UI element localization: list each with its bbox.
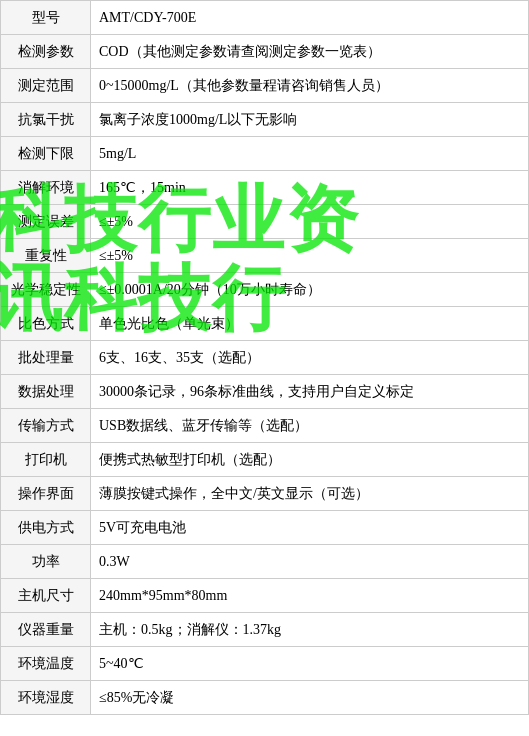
table-row: 检测下限5mg/L <box>1 137 529 171</box>
row-label: 测定范围 <box>1 69 91 103</box>
table-row: 主机尺寸240mm*95mm*80mm <box>1 579 529 613</box>
row-value: USB数据线、蓝牙传输等（选配） <box>91 409 529 443</box>
row-label: 环境温度 <box>1 647 91 681</box>
table-row: 型号AMT/CDY-700E <box>1 1 529 35</box>
row-label: 供电方式 <box>1 511 91 545</box>
row-label: 数据处理 <box>1 375 91 409</box>
row-value: 30000条记录，96条标准曲线，支持用户自定义标定 <box>91 375 529 409</box>
table-row: 仪器重量主机：0.5kg；消解仪：1.37kg <box>1 613 529 647</box>
table-row: 环境温度5~40℃ <box>1 647 529 681</box>
row-label: 比色方式 <box>1 307 91 341</box>
table-row: 环境湿度≤85%无冷凝 <box>1 681 529 715</box>
table-row: 功率0.3W <box>1 545 529 579</box>
row-value: COD（其他测定参数请查阅测定参数一览表） <box>91 35 529 69</box>
row-value: 6支、16支、35支（选配） <box>91 341 529 375</box>
row-label: 型号 <box>1 1 91 35</box>
row-label: 仪器重量 <box>1 613 91 647</box>
table-row: 比色方式单色光比色（单光束） <box>1 307 529 341</box>
row-label: 检测下限 <box>1 137 91 171</box>
row-label: 重复性 <box>1 239 91 273</box>
row-value: 氯离子浓度1000mg/L以下无影响 <box>91 103 529 137</box>
table-row: 数据处理30000条记录，96条标准曲线，支持用户自定义标定 <box>1 375 529 409</box>
row-label: 光学稳定性 <box>1 273 91 307</box>
row-label: 主机尺寸 <box>1 579 91 613</box>
table-row: 操作界面薄膜按键式操作，全中文/英文显示（可选） <box>1 477 529 511</box>
row-label: 消解环境 <box>1 171 91 205</box>
row-value: ≤±0.0001A/20分钟（10万小时寿命） <box>91 273 529 307</box>
row-value: 5~40℃ <box>91 647 529 681</box>
table-row: 检测参数COD（其他测定参数请查阅测定参数一览表） <box>1 35 529 69</box>
table-row: 传输方式USB数据线、蓝牙传输等（选配） <box>1 409 529 443</box>
row-value: 0~15000mg/L（其他参数量程请咨询销售人员） <box>91 69 529 103</box>
table-row: 消解环境165℃，15min <box>1 171 529 205</box>
table-row: 测定范围0~15000mg/L（其他参数量程请咨询销售人员） <box>1 69 529 103</box>
row-label: 批处理量 <box>1 341 91 375</box>
row-value: 5mg/L <box>91 137 529 171</box>
row-value: 0.3W <box>91 545 529 579</box>
row-label: 检测参数 <box>1 35 91 69</box>
row-value: ≤±5% <box>91 239 529 273</box>
table-row: 打印机便携式热敏型打印机（选配） <box>1 443 529 477</box>
row-value: ≤85%无冷凝 <box>91 681 529 715</box>
row-value: AMT/CDY-700E <box>91 1 529 35</box>
row-value: 165℃，15min <box>91 171 529 205</box>
table-row: 光学稳定性≤±0.0001A/20分钟（10万小时寿命） <box>1 273 529 307</box>
row-value: 便携式热敏型打印机（选配） <box>91 443 529 477</box>
table-row: 批处理量6支、16支、35支（选配） <box>1 341 529 375</box>
row-value: ≤±5% <box>91 205 529 239</box>
row-value: 单色光比色（单光束） <box>91 307 529 341</box>
row-label: 打印机 <box>1 443 91 477</box>
row-label: 环境湿度 <box>1 681 91 715</box>
row-label: 抗氯干扰 <box>1 103 91 137</box>
row-value: 240mm*95mm*80mm <box>91 579 529 613</box>
row-value: 薄膜按键式操作，全中文/英文显示（可选） <box>91 477 529 511</box>
row-label: 功率 <box>1 545 91 579</box>
row-label: 传输方式 <box>1 409 91 443</box>
row-label: 测定误差 <box>1 205 91 239</box>
table-row: 抗氯干扰氯离子浓度1000mg/L以下无影响 <box>1 103 529 137</box>
table-row: 测定误差≤±5% <box>1 205 529 239</box>
spec-table: 型号AMT/CDY-700E检测参数COD（其他测定参数请查阅测定参数一览表）测… <box>0 0 529 715</box>
row-value: 5V可充电电池 <box>91 511 529 545</box>
row-label: 操作界面 <box>1 477 91 511</box>
row-value: 主机：0.5kg；消解仪：1.37kg <box>91 613 529 647</box>
table-row: 重复性≤±5% <box>1 239 529 273</box>
table-row: 供电方式5V可充电电池 <box>1 511 529 545</box>
